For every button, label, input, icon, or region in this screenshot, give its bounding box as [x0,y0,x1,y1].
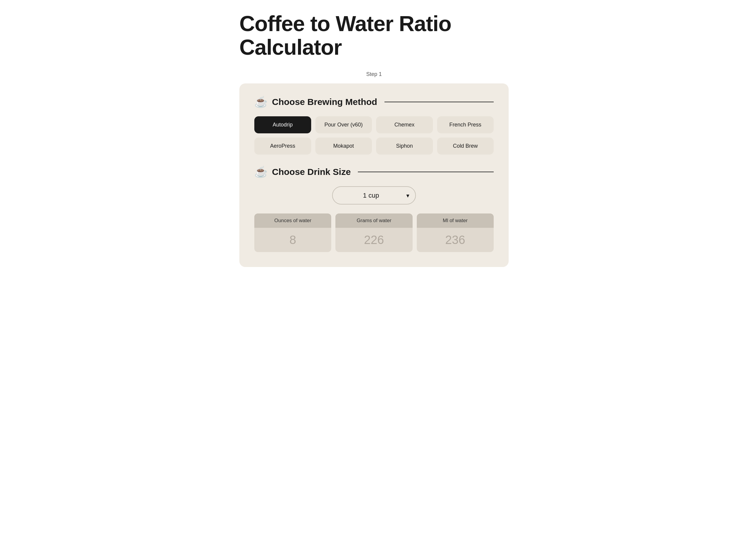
result-value-grams: 226 [335,228,412,252]
result-label-ounces: Ounces of water [254,214,331,228]
step-label: Step 1 [239,71,509,77]
brew-btn-french-press[interactable]: French Press [437,116,494,133]
brewing-method-line [384,102,494,102]
brew-btn-pour-over[interactable]: Pour Over (v60) [315,116,372,133]
brew-btn-aeropress[interactable]: AeroPress [254,138,311,154]
result-value-ounces: 8 [254,228,331,252]
brew-btn-autodrip[interactable]: Autodrip [254,116,311,133]
result-label-ml: Ml of water [417,214,494,228]
brew-btn-siphon[interactable]: Siphon [376,138,433,154]
brewing-method-header: ☕ Choose Brewing Method [254,97,494,107]
main-card: ☕ Choose Brewing Method Autodrip Pour Ov… [239,83,509,267]
brewing-method-title: Choose Brewing Method [272,97,377,107]
drink-size-section: ☕ Choose Drink Size 1 cup 2 cups 3 cups … [254,167,494,252]
dropdown-container: 1 cup 2 cups 3 cups 4 cups [254,186,494,204]
coffee-cup-icon-2: ☕ [254,167,268,177]
select-wrapper: 1 cup 2 cups 3 cups 4 cups [332,186,416,204]
brew-btn-mokapot[interactable]: Mokapot [315,138,372,154]
result-label-grams: Grams of water [335,214,412,228]
result-card-grams: Grams of water 226 [335,214,412,252]
brew-btn-chemex[interactable]: Chemex [376,116,433,133]
page-title: Coffee to Water Ratio Calculator [239,12,509,59]
drink-size-line [358,172,494,172]
result-card-ounces: Ounces of water 8 [254,214,331,252]
drink-size-header: ☕ Choose Drink Size [254,167,494,177]
results-row: Ounces of water 8 Grams of water 226 Ml … [254,214,494,252]
result-value-ml: 236 [417,228,494,252]
cup-size-select[interactable]: 1 cup 2 cups 3 cups 4 cups [332,186,416,204]
drink-size-title: Choose Drink Size [272,167,351,177]
page-container: Coffee to Water Ratio Calculator Step 1 … [239,12,509,267]
coffee-cup-icon: ☕ [254,97,268,107]
brew-btn-cold-brew[interactable]: Cold Brew [437,138,494,154]
result-card-ml: Ml of water 236 [417,214,494,252]
brew-buttons-grid: Autodrip Pour Over (v60) Chemex French P… [254,116,494,154]
